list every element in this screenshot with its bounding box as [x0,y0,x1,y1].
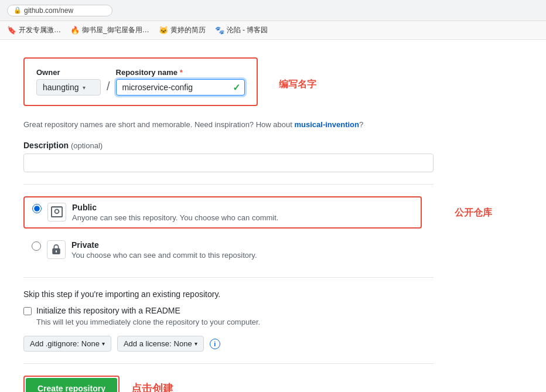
visibility-section: Public Anyone can see this repository. Y… [23,196,504,265]
init-skip-text: Skip this step if you're importing an ex… [23,289,504,299]
create-section: Create repository 点击创建 [23,376,504,392]
bookmark-icon-2: 🔥 [70,26,80,35]
address-bar: 🔒 github.com/new [7,5,112,16]
bookmark-label-4: 沦陷 - 博客园 [227,25,268,35]
description-input[interactable] [23,154,434,172]
bookmark-3[interactable]: 🐱 黄婷的简历 [159,25,206,35]
optional-label: (optional) [71,141,103,150]
private-radio[interactable] [32,241,41,251]
bookmark-label-1: 开发专属激… [19,25,61,35]
bookmark-label-2: 御书屋_御宅屋备用… [82,25,149,35]
public-desc: Anyone can see this repository. You choo… [72,213,413,222]
owner-value: haungting [43,83,79,92]
divider-2 [23,277,434,278]
repo-name-field-group: Repository name * ✓ [116,68,245,96]
repo-name-input[interactable] [116,79,245,96]
lock-icon: 🔒 [13,6,22,14]
dropdowns-row: Add .gitignore: None ▾ Add a license: No… [23,336,504,352]
info-icon[interactable]: i [210,339,220,349]
bookmark-icon-3: 🐱 [159,26,168,35]
description-section: Description (optional) [23,141,504,172]
readme-desc: This will let you immediately clone the … [36,318,504,326]
owner-label: Owner [36,68,101,77]
bookmark-1[interactable]: 🔖 开发专属激… [7,25,61,35]
gitignore-value: None [81,339,100,348]
bookmark-2[interactable]: 🔥 御书屋_御宅屋备用… [70,25,149,35]
bookmark-icon-1: 🔖 [7,26,16,35]
gitignore-label: Add .gitignore: [30,339,79,348]
private-title: Private [71,240,414,250]
private-option[interactable]: Private You choose who can see and commi… [23,234,422,265]
public-radio[interactable] [32,204,42,213]
description-label: Description (optional) [23,141,504,150]
repo-name-label: Repository name * [116,68,245,77]
gitignore-dropdown[interactable]: Add .gitignore: None ▾ [23,336,111,352]
required-star: * [180,68,183,77]
license-chevron-icon: ▾ [194,340,197,347]
browser-chrome: 🔒 github.com/new [0,0,546,21]
readme-label: Initialize this repository with a README [36,306,180,315]
license-dropdown[interactable]: Add a license: None ▾ [117,336,204,352]
private-desc: You choose who can see and commit to thi… [71,251,414,260]
public-icon [47,203,66,221]
create-repository-button[interactable]: Create repository [26,378,117,392]
owner-field-group: Owner haungting ▾ [36,68,101,96]
readme-checkbox[interactable] [23,307,32,315]
annotation-public: 公开仓库 [455,206,492,219]
main-content: Owner haungting ▾ / Repository name * ✓ [0,40,527,392]
bookmark-4[interactable]: 🐾 沦陷 - 博客园 [215,25,268,35]
owner-repo-section: Owner haungting ▾ / Repository name * ✓ [23,57,258,106]
readme-checkbox-row: Initialize this repository with a README [23,306,504,315]
suggestion-link[interactable]: musical-invention [294,120,359,129]
divider-1 [23,184,434,185]
public-option[interactable]: Public Anyone can see this repository. Y… [23,196,422,229]
divider-3 [23,363,434,364]
init-section: Skip this step if you're importing an ex… [23,289,504,326]
owner-select[interactable]: haungting ▾ [36,79,101,96]
valid-check-icon: ✓ [233,82,240,93]
create-btn-wrap: Create repository [23,376,120,392]
bookmark-icon-4: 🐾 [215,26,224,35]
license-label: Add a license: [124,339,172,348]
bookmark-label-3: 黄婷的简历 [170,25,206,35]
create-annotation: 点击创建 [131,381,173,392]
private-text: Private You choose who can see and commi… [71,240,414,260]
owner-chevron-icon: ▾ [83,84,86,91]
bookmarks-bar: 🔖 开发专属激… 🔥 御书屋_御宅屋备用… 🐱 黄婷的简历 🐾 沦陷 - 博客园 [0,21,546,40]
gitignore-chevron-icon: ▾ [102,340,105,347]
private-icon [47,240,66,259]
repo-name-input-wrap: ✓ [116,79,245,96]
url-text: github.com/new [24,6,73,15]
public-text: Public Anyone can see this repository. Y… [72,203,413,222]
slash-separator: / [107,80,110,96]
license-value: None [174,339,192,348]
public-title: Public [72,203,413,212]
annotation-name: 编写名字 [279,78,316,90]
helper-text: Great repository names are short and mem… [23,120,504,129]
